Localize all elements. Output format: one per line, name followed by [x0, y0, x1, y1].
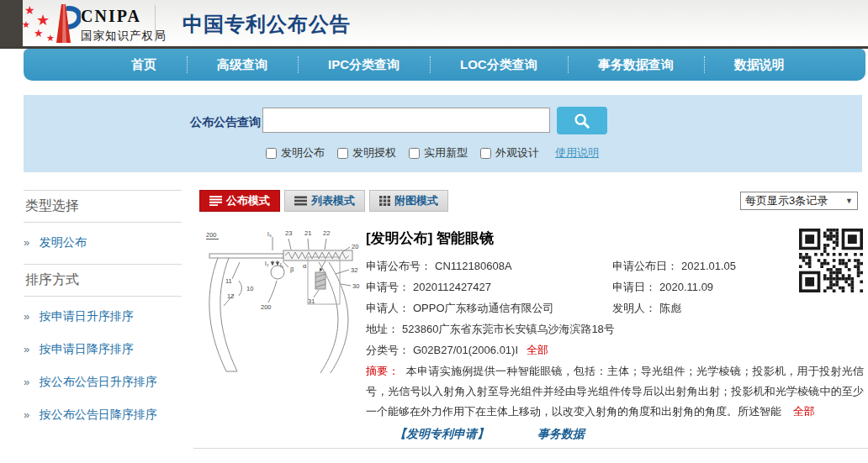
classification-all-link[interactable]: 全部 — [527, 343, 548, 358]
tab-publication-mode[interactable]: 公布模式 — [199, 190, 280, 212]
nav-link-transaction-data[interactable]: 事务数据查询 — [598, 57, 674, 73]
checkbox-design[interactable] — [480, 148, 491, 159]
chevrons-right-icon: » — [24, 310, 29, 323]
result-toolbar: 公布模式 列表模式 — [199, 190, 868, 213]
field-inventor: 发明人： 陈彪 — [612, 297, 864, 318]
sidebar-item-invention-publication[interactable]: » 发明公布 — [24, 226, 182, 259]
sidebar-item-sort-appdate-asc[interactable]: » 按申请日升序排序 — [24, 300, 182, 333]
search-icon — [573, 112, 591, 130]
sidebar-item-sort-appdate-desc[interactable]: » 按申请日降序排序 — [24, 333, 182, 366]
svg-text:12: 12 — [227, 292, 234, 300]
nav-link-advanced-search[interactable]: 高级查询 — [217, 57, 267, 73]
nav-item-ipc-search[interactable]: IPC分类查询 — [298, 49, 430, 81]
nav-item-home[interactable]: 首页 — [101, 49, 187, 81]
sidebar-item-sort-pubdate-desc[interactable]: » 按公布公告日降序排序 — [24, 398, 182, 431]
abstract-text: 本申请实施例提供一种智能眼镜，包括：主体；导光组件；光学棱镜；投影机，用于投射光… — [366, 365, 864, 418]
patent-title-text: 智能眼镜 — [437, 230, 494, 246]
patent-gazette-page: ★ ★ ★ ★ ★ CNIPA 国家知识产权局 中国专利公布公告 首页 高级查询… — [0, 0, 868, 463]
filter-invention-grant[interactable]: 发明授权 — [337, 145, 396, 160]
transaction-data-link[interactable]: 事务数据 — [537, 427, 585, 442]
sidebar-item-sort-pubdate-asc[interactable]: » 按公布公告日升序排序 — [24, 366, 182, 398]
usage-help-link[interactable]: 使用说明 — [555, 145, 599, 160]
search-label: 公布公告查询 — [190, 115, 261, 130]
checkbox-label: 发明公布 — [281, 145, 325, 160]
nav-item-data-description[interactable]: 数据说明 — [704, 49, 815, 81]
sidebar: 类型选择 » 发明公布 排序方式 » 按申请日升序排序 » 按申请日降序排序 — [24, 190, 182, 436]
patent-type-tag: [发明公布] — [366, 230, 432, 246]
filter-design[interactable]: 外观设计 — [480, 145, 539, 160]
field-publication-number: 申请公布号： CN112180608A — [366, 255, 612, 276]
svg-text:α: α — [303, 262, 307, 270]
main-nav: 首页 高级查询 IPC分类查询 LOC分类查询 事务数据查询 数据说明 — [24, 49, 865, 81]
svg-text:l₂: l₂ — [265, 260, 269, 267]
tab-list-mode[interactable]: 列表模式 — [284, 190, 365, 212]
chevrons-right-icon: » — [24, 408, 29, 421]
star-icon: ★ — [24, 4, 35, 16]
content-bottom-divider — [193, 448, 868, 449]
svg-text:30: 30 — [352, 282, 359, 290]
patent-figure: 200 23 21 22 20 32 30 31 11 12 10 200 β … — [201, 224, 363, 375]
search-button[interactable] — [557, 107, 607, 134]
search-type-filters: 发明公布 发明授权 实用新型 外观设计 使用说明 — [266, 145, 599, 160]
page-size-value: 每页显示3条记录 — [745, 193, 828, 208]
field-classification: 分类号： G02B27/01(2006.01)I 全部 — [366, 339, 864, 360]
abstract-label: 摘要： — [366, 365, 400, 377]
tab-label: 列表模式 — [311, 193, 355, 208]
sidebar-heading-type: 类型选择 — [24, 191, 182, 223]
nav-link-ipc-search[interactable]: IPC分类查询 — [328, 57, 400, 73]
search-input[interactable] — [262, 108, 550, 133]
field-application-date: 申请日： 2020.11.09 — [612, 276, 864, 297]
nav-item-transaction-data[interactable]: 事务数据查询 — [568, 49, 704, 81]
svg-text:β: β — [290, 266, 294, 273]
figure-mode-icon — [379, 196, 390, 206]
svg-text:200: 200 — [206, 231, 217, 239]
sidebar-link-sort-appdate-desc[interactable]: 按申请日降序排序 — [40, 342, 134, 355]
field-applicant: 申请人： OPPO广东移动通信有限公司 — [366, 297, 612, 318]
patent-abstract: 摘要：本申请实施例提供一种智能眼镜，包括：主体；导光组件；光学棱镜；投影机，用于… — [366, 361, 864, 422]
tab-label: 附图模式 — [394, 193, 438, 208]
nav-link-home[interactable]: 首页 — [131, 57, 156, 73]
svg-text:31: 31 — [308, 297, 315, 305]
svg-text:20: 20 — [352, 243, 358, 250]
nav-link-loc-search[interactable]: LOC分类查询 — [460, 57, 537, 73]
svg-text:11: 11 — [225, 277, 232, 285]
svg-text:10: 10 — [246, 285, 253, 292]
search-panel: 公布公告查询 发明公布 发明授权 实用新型 外观设计 — [24, 95, 862, 172]
abstract-all-link[interactable]: 全部 — [793, 405, 815, 418]
sidebar-section-sort: 排序方式 » 按申请日升序排序 » 按申请日降序排序 » 按公布公告日升序排序 … — [24, 264, 182, 436]
star-icon: ★ — [22, 20, 30, 29]
field-application-number: 申请号： 2020112427427 — [366, 276, 612, 297]
sidebar-link-sort-pubdate-desc[interactable]: 按公布公告日降序排序 — [40, 408, 157, 421]
logo-agency-label: 国家知识产权局 — [81, 29, 167, 44]
tab-figure-mode[interactable]: 附图模式 — [369, 190, 448, 212]
header: ★ ★ ★ ★ ★ CNIPA 国家知识产权局 中国专利公布公告 — [0, 0, 868, 47]
page-size-select[interactable]: 每页显示3条记录 ▼ — [740, 192, 858, 210]
corner-block — [0, 0, 23, 46]
sidebar-link-invention-publication[interactable]: 发明公布 — [40, 235, 87, 249]
checkbox-utility-model[interactable] — [409, 148, 420, 159]
filter-invention-publication[interactable]: 发明公布 — [266, 145, 325, 160]
sidebar-link-sort-pubdate-asc[interactable]: 按公布公告日升序排序 — [40, 375, 157, 388]
svg-text:22: 22 — [323, 229, 330, 237]
checkbox-label: 发明授权 — [352, 145, 396, 160]
svg-text:21: 21 — [304, 229, 311, 237]
nav-item-loc-search[interactable]: LOC分类查询 — [430, 49, 568, 81]
main-content: 公布模式 列表模式 — [199, 190, 868, 459]
logo-text: CNIPA 国家知识产权局 — [81, 7, 167, 44]
publication-mode-icon — [209, 196, 222, 206]
nav-item-advanced-search[interactable]: 高级查询 — [187, 49, 298, 81]
checkbox-label: 外观设计 — [495, 145, 539, 160]
sidebar-section-type: 类型选择 » 发明公布 — [24, 190, 182, 264]
filter-utility-model[interactable]: 实用新型 — [409, 145, 468, 160]
checkbox-label: 实用新型 — [424, 145, 468, 160]
svg-text:32: 32 — [351, 266, 357, 274]
sidebar-link-sort-appdate-asc[interactable]: 按申请日升序排序 — [40, 309, 134, 323]
list-mode-icon — [294, 196, 307, 206]
patent-fields: 申请公布号： CN112180608A 申请公布日： 2021.01.05 申请… — [366, 255, 864, 360]
checkbox-invention-grant[interactable] — [337, 148, 348, 159]
checkbox-invention-publication[interactable] — [266, 148, 277, 159]
invention-application-link[interactable]: 【发明专利申请】 — [394, 427, 489, 442]
nav-link-data-description[interactable]: 数据说明 — [734, 57, 785, 73]
caret-down-icon: ▼ — [845, 197, 853, 205]
svg-text:l₃: l₃ — [267, 230, 272, 238]
